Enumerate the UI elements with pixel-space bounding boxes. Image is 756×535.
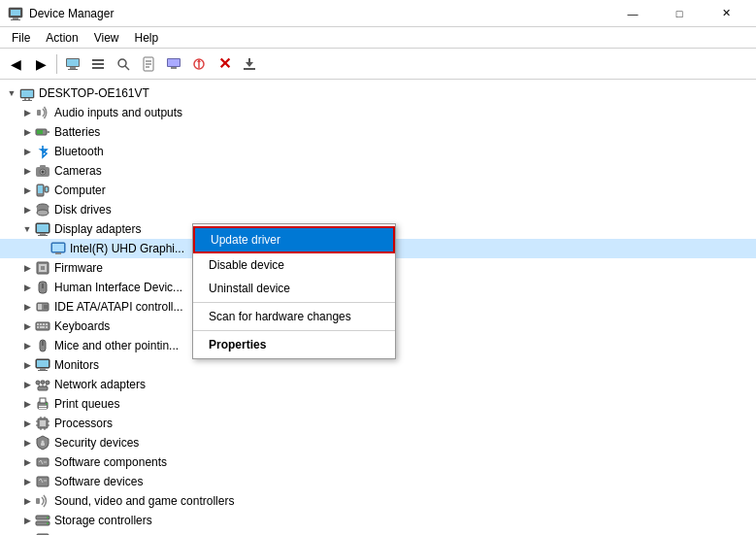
toggle-firmware[interactable]: ▶ bbox=[19, 260, 35, 276]
toggle-disk[interactable]: ▶ bbox=[19, 202, 35, 217]
svg-rect-31 bbox=[37, 110, 41, 116]
svg-rect-78 bbox=[38, 386, 48, 390]
menu-file[interactable]: File bbox=[4, 29, 38, 47]
svg-rect-48 bbox=[40, 233, 46, 235]
tree-item-sound[interactable]: ▶ Sound, video and game controllers bbox=[0, 491, 756, 511]
mice-label: Mice and other pointin... bbox=[54, 339, 179, 352]
batteries-label: Batteries bbox=[54, 125, 100, 139]
maximize-button[interactable]: □ bbox=[657, 0, 702, 27]
toolbar-remove[interactable]: ✕ bbox=[213, 52, 236, 76]
batteries-icon bbox=[35, 124, 50, 140]
svg-rect-65 bbox=[40, 323, 42, 325]
tree-item-audio[interactable]: ▶ Audio inputs and outputs bbox=[0, 103, 756, 122]
svg-rect-51 bbox=[52, 244, 64, 251]
toggle-softwaredev[interactable]: ▶ bbox=[19, 474, 35, 489]
svg-rect-77 bbox=[38, 370, 48, 371]
menu-action[interactable]: Action bbox=[38, 29, 85, 47]
toolbar-sep-1 bbox=[56, 54, 57, 74]
toggle-batteries[interactable]: ▶ bbox=[19, 124, 35, 140]
toolbar-properties[interactable] bbox=[162, 52, 185, 76]
svg-line-12 bbox=[125, 66, 129, 70]
toggle-keyboards[interactable]: ▶ bbox=[19, 318, 35, 334]
toggle-security[interactable]: ▶ bbox=[19, 435, 35, 451]
toggle-processors[interactable]: ▶ bbox=[19, 416, 35, 431]
tree-item-system[interactable]: ▶ System devices bbox=[0, 530, 756, 535]
ctx-scan-hardware[interactable]: Scan for hardware changes bbox=[193, 305, 395, 328]
tree-item-disk[interactable]: ▶ Disk drives bbox=[0, 200, 756, 219]
softwaredev-label: Software devices bbox=[54, 475, 143, 488]
tree-item-storage[interactable]: ▶ Storage controllers bbox=[0, 511, 756, 530]
network-label: Network adapters bbox=[54, 378, 146, 391]
tree-item-security[interactable]: ▶ Security devices bbox=[0, 433, 756, 452]
audio-icon bbox=[35, 105, 50, 120]
svg-point-73 bbox=[42, 341, 44, 343]
svg-rect-75 bbox=[37, 360, 49, 367]
ctx-update-driver[interactable]: Update driver bbox=[193, 226, 395, 253]
security-icon bbox=[35, 435, 50, 451]
svg-point-84 bbox=[46, 381, 49, 385]
svg-point-58 bbox=[42, 284, 44, 285]
toggle-softwarecomp[interactable]: ▶ bbox=[19, 454, 35, 470]
ctx-separator bbox=[193, 302, 395, 303]
toggle-sound[interactable]: ▶ bbox=[19, 493, 35, 509]
svg-rect-102 bbox=[37, 458, 49, 466]
svg-rect-42 bbox=[46, 187, 48, 191]
context-menu: Update driver Disable device Uninstall d… bbox=[192, 223, 396, 359]
svg-rect-79 bbox=[41, 381, 45, 384]
intel-icon bbox=[50, 241, 66, 256]
tree-item-computer[interactable]: ▶ Computer bbox=[0, 181, 756, 200]
toggle-computer[interactable]: ▶ bbox=[19, 183, 35, 198]
toggle-display[interactable]: ▼ bbox=[19, 221, 35, 237]
ctx-disable-device[interactable]: Disable device bbox=[193, 253, 395, 277]
svg-rect-55 bbox=[41, 266, 45, 270]
toolbar-download[interactable] bbox=[238, 52, 261, 76]
toggle-network[interactable]: ▶ bbox=[19, 377, 35, 392]
toolbar-back[interactable]: ◀ bbox=[4, 52, 27, 76]
toggle-hid[interactable]: ▶ bbox=[19, 280, 35, 295]
toggle-monitors[interactable]: ▶ bbox=[19, 357, 35, 373]
main-content: ▼ DESKTOP-OE161VT ▶ Audio inputs and out… bbox=[0, 80, 756, 535]
menu-help[interactable]: Help bbox=[127, 29, 167, 47]
svg-rect-87 bbox=[39, 406, 47, 407]
toolbar-update[interactable] bbox=[187, 52, 211, 76]
toggle-mice[interactable]: ▶ bbox=[19, 338, 35, 353]
tree-item-cameras[interactable]: ▶ Cameras bbox=[0, 161, 756, 181]
toggle-print[interactable]: ▶ bbox=[19, 396, 35, 412]
svg-point-114 bbox=[47, 522, 49, 524]
toolbar-doc[interactable] bbox=[137, 52, 160, 76]
toolbar-search[interactable] bbox=[112, 52, 135, 76]
toolbar-forward[interactable]: ▶ bbox=[29, 52, 52, 76]
toggle-cameras[interactable]: ▶ bbox=[19, 163, 35, 179]
processors-label: Processors bbox=[54, 417, 113, 430]
toolbar-computer[interactable] bbox=[61, 52, 84, 76]
tree-item-processors[interactable]: ▶ Processors bbox=[0, 414, 756, 433]
toggle-audio[interactable]: ▶ bbox=[19, 105, 35, 120]
toggle-root[interactable]: ▼ bbox=[4, 85, 19, 101]
toolbar-list[interactable] bbox=[86, 52, 110, 76]
window-controls: — □ ✕ bbox=[610, 0, 748, 27]
svg-rect-91 bbox=[40, 420, 46, 426]
firmware-icon bbox=[35, 260, 50, 276]
tree-item-batteries[interactable]: ▶ Batteries bbox=[0, 122, 756, 142]
storage-label: Storage controllers bbox=[54, 514, 152, 527]
toggle-ide[interactable]: ▶ bbox=[19, 299, 35, 315]
ctx-uninstall-device[interactable]: Uninstall device bbox=[193, 277, 395, 300]
tree-item-bluetooth[interactable]: ▶ Bluetooth bbox=[0, 142, 756, 161]
hid-label: Human Interface Devic... bbox=[54, 281, 182, 294]
computer-icon bbox=[35, 183, 50, 198]
tree-item-softwaredev[interactable]: ▶ Software devices bbox=[0, 472, 756, 491]
tree-item-print[interactable]: ▶ Print queues bbox=[0, 394, 756, 414]
ctx-properties[interactable]: Properties bbox=[193, 333, 395, 356]
tree-root[interactable]: ▼ DESKTOP-OE161VT bbox=[0, 84, 756, 103]
mice-icon bbox=[35, 338, 50, 353]
tree-item-softwarecomp[interactable]: ▶ Software components bbox=[0, 452, 756, 472]
ctx-separator-2 bbox=[193, 330, 395, 331]
minimize-button[interactable]: — bbox=[610, 0, 655, 27]
menu-view[interactable]: View bbox=[86, 29, 127, 47]
close-button[interactable]: ✕ bbox=[704, 0, 748, 27]
toggle-storage[interactable]: ▶ bbox=[19, 513, 35, 528]
root-label: DESKTOP-OE161VT bbox=[39, 86, 149, 100]
tree-item-network[interactable]: ▶ Network adapters bbox=[0, 375, 756, 394]
svg-point-89 bbox=[46, 403, 48, 405]
toggle-bluetooth[interactable]: ▶ bbox=[19, 144, 35, 159]
